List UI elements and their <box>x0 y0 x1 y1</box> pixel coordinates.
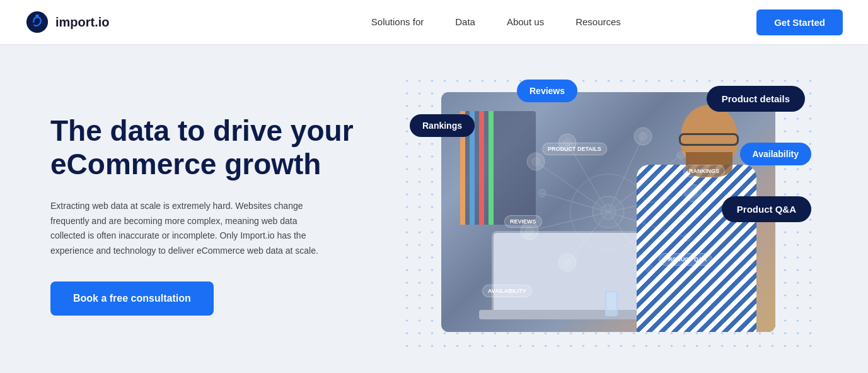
hero-description: Extracting web data at scale is extremel… <box>50 199 328 259</box>
nav-item-resources[interactable]: Resources <box>576 16 621 28</box>
small-tag-product-details: PRODUCT DETAILS <box>542 143 607 155</box>
nav-item-solutions[interactable]: Solutions for <box>371 16 424 28</box>
tag-product-details: Product details <box>707 86 805 112</box>
svg-point-16 <box>601 204 616 220</box>
tag-rankings: Rankings <box>410 114 475 137</box>
small-tag-product-qa: PRODUCT Q&A <box>659 253 712 266</box>
nav-item-about[interactable]: About us <box>507 16 544 28</box>
hero-left: The data to drive your eCommerce growth … <box>50 114 366 316</box>
get-started-button[interactable]: Get Started <box>756 9 843 35</box>
svg-point-30 <box>685 184 702 202</box>
hero-title: The data to drive your eCommerce growth <box>50 114 366 181</box>
navbar: import.io Solutions for Data About us Re… <box>0 0 868 44</box>
small-tag-availability: AVAILABILITY <box>482 285 532 297</box>
tag-availability: Availability <box>740 143 811 165</box>
svg-point-26 <box>538 189 546 197</box>
svg-point-1 <box>35 15 39 18</box>
nav-links: Solutions for Data About us Resources <box>371 16 621 28</box>
logo-icon <box>25 10 49 34</box>
hero-section: The data to drive your eCommerce growth … <box>0 44 868 373</box>
book-consultation-button[interactable]: Book a free consultation <box>50 281 214 316</box>
logo[interactable]: import.io <box>25 10 110 34</box>
tag-product-qa: Product Q&A <box>722 196 811 222</box>
svg-point-29 <box>634 127 652 145</box>
svg-point-27 <box>527 153 545 170</box>
svg-point-31 <box>558 254 576 271</box>
small-tag-reviews: REVIEWS <box>504 215 542 228</box>
logo-text: import.io <box>55 15 110 30</box>
svg-point-22 <box>683 234 691 241</box>
svg-point-20 <box>677 151 685 159</box>
svg-point-23 <box>645 265 653 273</box>
nav-item-data[interactable]: Data <box>455 16 475 28</box>
hero-right: PRODUCT DETAILS RANKINGS REVIEWS PRODUCT… <box>403 80 818 351</box>
tag-reviews: Reviews <box>517 80 577 102</box>
small-tag-rankings: RANKINGS <box>683 165 725 177</box>
